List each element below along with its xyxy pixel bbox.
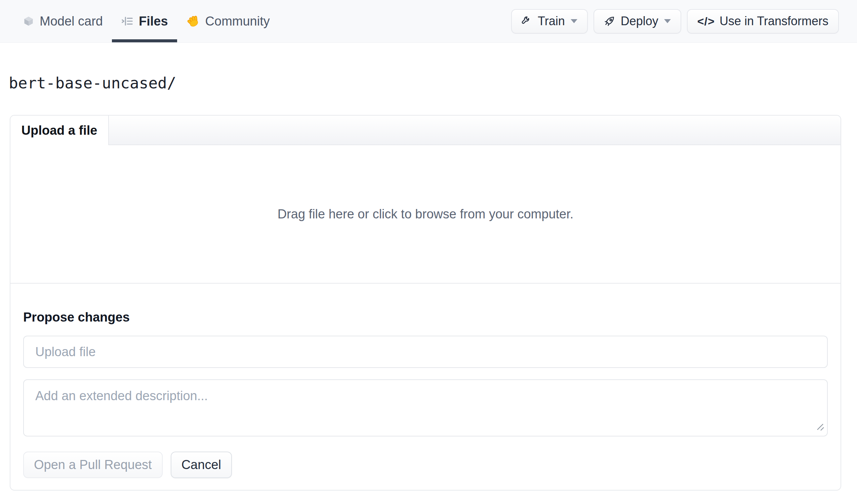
files-list-icon — [121, 15, 134, 28]
tab-files[interactable]: Files — [112, 0, 177, 42]
chevron-down-icon — [571, 19, 577, 23]
breadcrumb[interactable]: bert-base-uncased/ — [9, 74, 177, 92]
active-tab-underline — [112, 39, 177, 42]
tab-upload-a-file[interactable]: Upload a file — [11, 116, 109, 145]
use-in-transformers-label: Use in Transformers — [720, 14, 828, 28]
top-tab-bar: Model card Files — [0, 0, 857, 43]
file-dropzone[interactable]: Drag file here or click to browse from y… — [11, 145, 841, 284]
train-button[interactable]: Train — [511, 9, 588, 34]
tab-label: Community — [205, 14, 270, 29]
dropzone-text: Drag file here or click to browse from y… — [278, 207, 574, 221]
tab-label: Model card — [40, 14, 103, 29]
cube-icon — [22, 15, 35, 27]
deploy-label: Deploy — [621, 14, 658, 28]
header-actions: Train Deploy </> Use in Transformers — [511, 0, 839, 42]
propose-changes-section: Propose changes Open a Pull Request Canc… — [11, 309, 841, 478]
propose-changes-title: Propose changes — [23, 309, 828, 325]
upload-file-input[interactable] — [23, 336, 828, 368]
tab-upload-label: Upload a file — [21, 123, 98, 138]
tab-label: Files — [139, 14, 168, 29]
extended-description-textarea[interactable] — [23, 379, 828, 436]
upload-card: Upload a file Drag file here or click to… — [10, 115, 841, 490]
use-in-transformers-button[interactable]: </> Use in Transformers — [687, 9, 839, 34]
open-pull-request-button[interactable]: Open a Pull Request — [23, 452, 163, 478]
deploy-button[interactable]: Deploy — [593, 9, 681, 34]
cancel-button[interactable]: Cancel — [171, 452, 232, 478]
rocket-icon — [604, 15, 616, 27]
train-label: Train — [538, 14, 565, 28]
wrench-icon — [522, 15, 533, 27]
tab-community[interactable]: Community — [177, 0, 279, 42]
tab-model-card[interactable]: Model card — [14, 0, 112, 42]
upload-card-tabs: Upload a file — [11, 116, 841, 145]
chevron-down-icon — [664, 19, 671, 23]
propose-actions: Open a Pull Request Cancel — [23, 452, 828, 478]
code-icon: </> — [698, 15, 715, 28]
description-field-wrapper — [23, 379, 828, 436]
waving-hand-icon — [186, 14, 200, 28]
tab-strip-filler — [109, 116, 841, 145]
